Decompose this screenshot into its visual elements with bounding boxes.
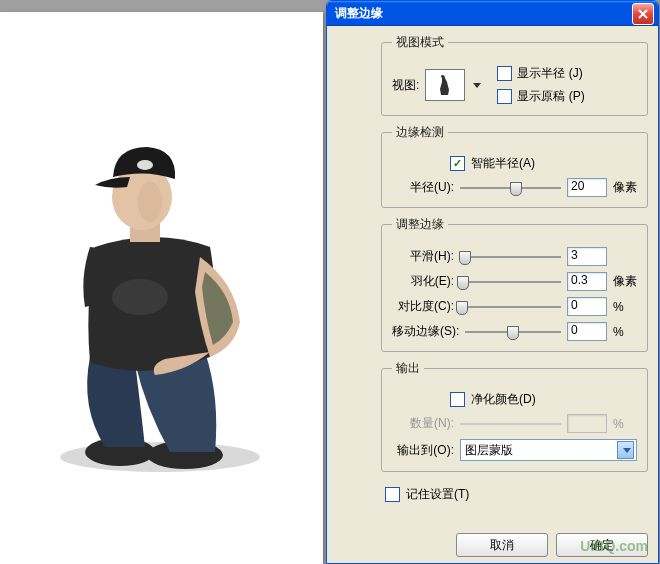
view-label: 视图: — [392, 77, 419, 94]
output-to-select[interactable]: 图层蒙版 — [460, 439, 637, 461]
amount-label: 数量(N): — [392, 415, 454, 432]
refine-edge-dialog: 调整边缘 视图模式 视图: 显示半径 (J) — [326, 0, 659, 564]
ok-button[interactable]: 确定 — [556, 533, 648, 557]
edge-detection-group: 边缘检测 智能半径(A) 半径(U): 20 像素 — [381, 124, 648, 208]
svg-point-7 — [137, 160, 153, 170]
chevron-down-icon[interactable] — [473, 83, 481, 88]
svg-point-3 — [112, 279, 168, 315]
edge-detection-legend: 边缘检测 — [392, 124, 448, 141]
smart-radius-label: 智能半径(A) — [471, 155, 535, 172]
shift-edge-label: 移动边缘(S): — [392, 323, 459, 340]
view-mode-group: 视图模式 视图: 显示半径 (J) 显示原稿 (P) — [381, 34, 648, 116]
smooth-input[interactable]: 3 — [567, 247, 607, 266]
dialog-titlebar[interactable]: 调整边缘 — [327, 1, 658, 26]
smart-radius-checkbox[interactable] — [450, 156, 465, 171]
show-original-checkbox[interactable] — [497, 89, 512, 104]
close-button[interactable] — [632, 3, 654, 25]
output-to-value: 图层蒙版 — [465, 442, 513, 459]
canvas-content — [0, 12, 323, 564]
feather-slider[interactable] — [460, 274, 561, 290]
dialog-title: 调整边缘 — [335, 5, 383, 22]
radius-input[interactable]: 20 — [567, 178, 607, 197]
feather-label: 羽化(E): — [392, 273, 454, 290]
show-original-label: 显示原稿 (P) — [517, 88, 584, 105]
contrast-label: 对比度(C): — [392, 298, 454, 315]
dialog-footer: 取消 确定 — [456, 533, 648, 557]
contrast-input[interactable]: 0 — [567, 297, 607, 316]
output-to-label: 输出到(O): — [392, 442, 454, 459]
amount-slider — [460, 416, 561, 432]
view-mode-legend: 视图模式 — [392, 34, 448, 51]
adjust-edge-legend: 调整边缘 — [392, 216, 448, 233]
amount-unit: % — [613, 417, 637, 431]
cancel-button[interactable]: 取消 — [456, 533, 548, 557]
smooth-label: 平滑(H): — [392, 248, 454, 265]
radius-slider[interactable] — [460, 180, 561, 196]
feather-input[interactable]: 0.3 — [567, 272, 607, 291]
contrast-unit: % — [613, 300, 637, 314]
radius-label: 半径(U): — [392, 179, 454, 196]
remember-settings-label: 记住设置(T) — [406, 486, 469, 503]
smooth-slider[interactable] — [460, 249, 561, 265]
adjust-edge-group: 调整边缘 平滑(H): 3 羽化(E): 0.3 像素 对比度(C): 0 % … — [381, 216, 648, 352]
contrast-slider[interactable] — [460, 299, 561, 315]
amount-input — [567, 414, 607, 433]
output-legend: 输出 — [392, 360, 424, 377]
svg-point-6 — [138, 182, 162, 222]
view-thumbnail-dropdown[interactable] — [425, 69, 465, 101]
show-radius-checkbox[interactable] — [497, 66, 512, 81]
show-radius-label: 显示半径 (J) — [517, 65, 582, 82]
purify-colors-checkbox[interactable] — [450, 392, 465, 407]
shift-edge-unit: % — [613, 325, 637, 339]
chevron-down-icon[interactable] — [617, 441, 634, 459]
dialog-content: 视图模式 视图: 显示半径 (J) 显示原稿 (P) — [327, 26, 658, 509]
output-group: 输出 净化颜色(D) 数量(N): % 输出到(O): 图层蒙版 — [381, 360, 648, 472]
shift-edge-slider[interactable] — [465, 324, 561, 340]
purify-colors-label: 净化颜色(D) — [471, 391, 536, 408]
radius-unit: 像素 — [613, 179, 637, 196]
feather-unit: 像素 — [613, 273, 637, 290]
remember-settings-checkbox[interactable] — [385, 487, 400, 502]
person-image — [35, 107, 285, 477]
shift-edge-input[interactable]: 0 — [567, 322, 607, 341]
canvas-area — [0, 12, 323, 564]
